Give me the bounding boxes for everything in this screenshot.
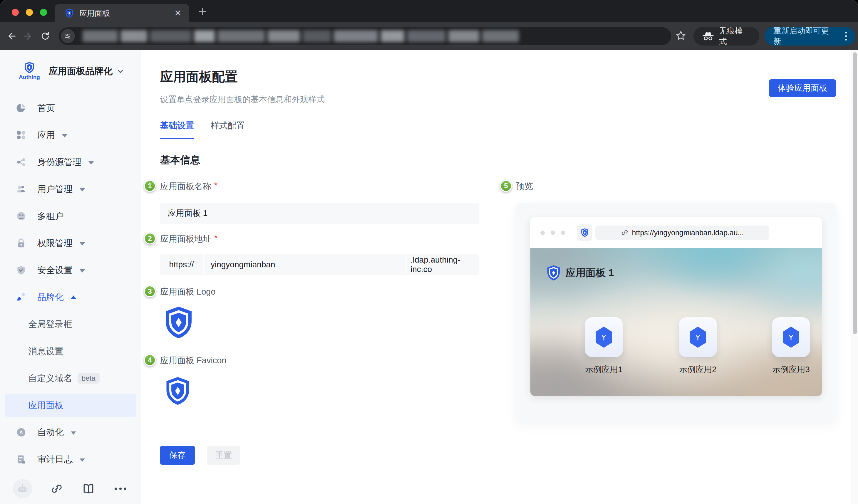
sidebar-item-identity-sources[interactable]: 身份源管理 — [0, 149, 141, 176]
sidebar-item-label: 品牌化 — [37, 291, 64, 304]
browser-tabstrip: 应用面板 ✕ — [0, 0, 858, 22]
tab-title: 应用面板 — [79, 8, 174, 18]
section-title: 基本信息 — [160, 153, 200, 167]
panel-name-input[interactable] — [160, 203, 479, 224]
incognito-badge: 无痕模式 — [694, 27, 759, 46]
workspace-switcher[interactable]: Authing 应用面板品牌化 — [0, 62, 141, 80]
sidebar-item-automation[interactable]: A 自动化 — [0, 419, 141, 446]
sidebar-item-security[interactable]: 安全设置 — [0, 257, 141, 284]
sidebar-subitem-label: 自定义域名 — [28, 372, 72, 385]
sidebar-subitem-app-panel[interactable]: 应用面板 — [0, 392, 141, 419]
svg-text:A: A — [19, 430, 23, 435]
link-icon[interactable] — [49, 481, 64, 497]
reload-button[interactable] — [39, 30, 51, 42]
field-label-address: 应用面板地址* — [160, 233, 218, 245]
field-label-preview: 预览 — [516, 181, 533, 192]
sidebar-item-multi-tenant[interactable]: 多租户 — [0, 203, 141, 230]
mock-favicon-chip — [577, 224, 592, 241]
macos-minimize-button[interactable] — [26, 9, 33, 16]
apps-icon — [16, 130, 26, 140]
address-domain-suffix: .ldap.authing-inc.co — [407, 254, 479, 275]
sidebar-footer — [0, 477, 141, 500]
users-icon — [16, 184, 26, 194]
required-asterisk: * — [214, 233, 218, 245]
more-ellipsis-icon[interactable] — [113, 481, 128, 497]
tabs-divider — [160, 140, 836, 140]
app-tile-2[interactable] — [679, 317, 717, 357]
sidebar-item-audit-log[interactable]: 审计日志 — [0, 446, 141, 473]
pie-chart-icon — [16, 103, 26, 113]
sidebar-item-label: 应用 — [37, 129, 55, 141]
page-subtitle: 设置单点登录应用面板的基本信息和外观样式 — [160, 94, 325, 105]
update-restart-button[interactable]: 重新启动即可更新 — [765, 27, 855, 46]
admin-app: Authing 应用面板品牌化 首页 应用 身份源管理 — [0, 50, 858, 504]
reset-button[interactable]: 重置 — [207, 446, 240, 465]
preview-browser-mockup: https://yingyongmianban.ldap.au... 应用面板 … — [530, 217, 822, 396]
sidebar-subitem-label: 应用面板 — [28, 400, 63, 411]
reload-icon — [40, 31, 50, 42]
sidebar-item-user-management[interactable]: 用户管理 — [0, 176, 141, 203]
lock-icon — [16, 238, 26, 248]
caret-down-icon — [80, 188, 85, 192]
bookmark-star-button[interactable] — [675, 30, 686, 42]
brush-icon — [16, 292, 26, 302]
authing-brand-text: Authing — [19, 74, 40, 80]
tab-close-icon[interactable]: ✕ — [174, 9, 181, 18]
audit-log-icon — [16, 454, 26, 464]
new-tab-button[interactable] — [197, 6, 207, 18]
browser-menu-kebab-icon[interactable] — [844, 30, 848, 42]
back-button[interactable] — [5, 30, 17, 42]
step-badge-4: 4 — [144, 354, 156, 366]
step-badge-1: 1 — [144, 180, 156, 192]
tab-basic-settings[interactable]: 基础设置 — [160, 120, 194, 139]
app-tile-3[interactable] — [772, 317, 810, 357]
macos-zoom-button[interactable] — [40, 9, 47, 16]
panel-logo-upload[interactable] — [164, 306, 193, 340]
mock-browser-header: https://yingyongmianban.ldap.au... — [530, 217, 822, 248]
field-label-text: 应用面板名称 — [160, 181, 211, 192]
caret-down-icon — [80, 269, 85, 273]
sidebar-item-permissions[interactable]: 权限管理 — [0, 230, 141, 257]
preview-panel-header: 应用面板 1 — [547, 265, 614, 281]
address-protocol-prefix: https:// — [160, 254, 204, 275]
panel-favicon-upload[interactable] — [165, 376, 190, 406]
link-icon — [621, 229, 629, 237]
sidebar-subitem-message-settings[interactable]: 消息设置 — [0, 338, 141, 365]
panel-logo-shield-icon — [164, 306, 193, 339]
page-title: 应用面板配置 — [160, 68, 238, 85]
assistant-robot-icon[interactable] — [13, 479, 32, 499]
docs-book-icon[interactable] — [81, 481, 96, 497]
field-label-logo: 应用面板 Logo — [160, 286, 216, 298]
step-badge-3: 3 — [144, 286, 156, 297]
site-settings-button[interactable] — [61, 29, 75, 43]
save-button[interactable]: 保存 — [160, 446, 195, 465]
experience-panel-button[interactable]: 体验应用面板 — [769, 79, 836, 97]
panel-subdomain-input[interactable] — [204, 254, 407, 275]
sidebar-item-home[interactable]: 首页 — [0, 95, 141, 121]
panel-address-group: https:// .ldap.authing-inc.co — [160, 254, 479, 275]
forward-button[interactable] — [22, 30, 34, 42]
address-bar[interactable] — [59, 27, 671, 45]
step-badge-2: 2 — [144, 233, 156, 244]
sidebar-subitem-custom-domain[interactable]: 自定义域名 beta — [0, 365, 141, 392]
required-asterisk: * — [214, 181, 218, 192]
active-item-highlight — [5, 393, 136, 417]
sidebar-item-branding[interactable]: 品牌化 — [0, 284, 141, 311]
tab-style-settings[interactable]: 样式配置 — [211, 120, 245, 139]
app-icon-hexagon — [689, 327, 707, 348]
app-tile-1[interactable] — [585, 317, 623, 357]
sidebar: Authing 应用面板品牌化 首页 应用 身份源管理 — [0, 50, 141, 504]
browser-toolbar: 无痕模式 重新启动即可更新 — [0, 22, 858, 50]
sidebar-menu: 首页 应用 身份源管理 用户管理 — [0, 95, 141, 473]
shield-check-icon — [16, 265, 26, 275]
sidebar-item-label: 权限管理 — [37, 237, 73, 249]
scrollbar-thumb[interactable] — [853, 52, 857, 334]
macos-close-button[interactable] — [12, 9, 19, 16]
preview-screenshot: 应用面板 1 示例应用1 示例应用2 示例应用3 — [530, 248, 822, 396]
page-scrollbar[interactable] — [852, 50, 858, 504]
browser-tab[interactable]: 应用面板 ✕ — [55, 4, 189, 22]
sidebar-item-label: 多租户 — [37, 210, 64, 222]
sidebar-item-applications[interactable]: 应用 — [0, 121, 141, 149]
browser-window: 应用面板 ✕ — [0, 0, 858, 504]
sidebar-subitem-global-login[interactable]: 全局登录框 — [0, 311, 141, 338]
